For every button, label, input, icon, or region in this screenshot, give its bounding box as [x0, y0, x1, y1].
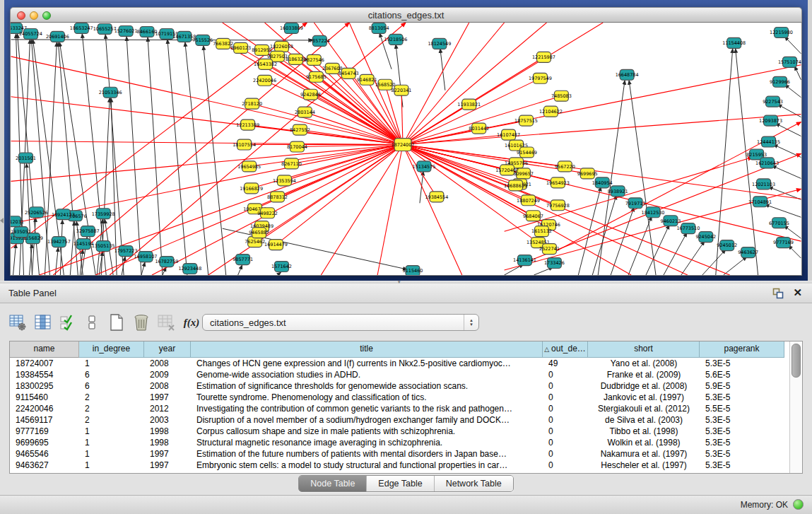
cell-title[interactable]: Changes of HCN gene expression and I(f) …	[191, 358, 543, 369]
table-row[interactable]: 911546021997Tourette syndrome. Phenomeno…	[10, 392, 790, 403]
cell-pagerank[interactable]: 5.3E-5	[700, 448, 784, 460]
delete-rows-trash-icon[interactable]	[131, 312, 152, 333]
cell-out_degree[interactable]: 0	[543, 392, 588, 403]
cell-pagerank[interactable]: 5.3E-5	[700, 358, 784, 369]
graph-node[interactable]: 1571642	[271, 262, 292, 272]
graph-node[interactable]: 8220341	[392, 85, 412, 95]
graph-node[interactable]: 18653247	[70, 23, 93, 33]
cell-in_degree[interactable]: 2	[79, 403, 144, 414]
cell-year[interactable]: 2009	[144, 369, 191, 380]
cell-year[interactable]: 1997	[144, 460, 191, 471]
table-row[interactable]: 946554611997Estimation of the future num…	[10, 448, 790, 460]
cell-year[interactable]: 1998	[144, 426, 191, 437]
cell-name[interactable]: 19384554	[10, 369, 79, 380]
graph-node[interactable]: 2803144	[295, 107, 315, 117]
graph-node[interactable]: 19166829	[240, 183, 263, 194]
table-settings-icon[interactable]	[7, 312, 28, 333]
table-row[interactable]: 1938455462009Genome-wide association stu…	[10, 369, 790, 380]
graph-node[interactable]: 8466160	[137, 26, 158, 37]
cell-pagerank[interactable]: 5.3E-5	[700, 414, 784, 426]
cell-out_degree[interactable]: 0	[543, 460, 588, 471]
graph-node[interactable]: 9175685	[306, 71, 326, 82]
cell-out_degree[interactable]: 0	[543, 403, 588, 414]
cell-short[interactable]: Franke et al. (2009)	[588, 369, 700, 380]
cell-pagerank[interactable]: 5.9E-5	[700, 380, 784, 392]
graph-node[interactable]: 7515526	[192, 35, 213, 45]
cell-pagerank[interactable]: 5.3E-5	[700, 392, 784, 403]
graph-node[interactable]: 79756928	[546, 200, 570, 211]
graph-node[interactable]: 9857771	[233, 255, 253, 265]
cell-pagerank[interactable]: 5.3E-5	[700, 460, 784, 471]
cell-in_degree[interactable]: 6	[79, 369, 144, 380]
table-row[interactable]: 1872400712008Changes of HCN gene express…	[10, 358, 790, 369]
graph-node[interactable]: 15276021	[114, 25, 138, 36]
cell-out_degree[interactable]: 0	[543, 426, 588, 437]
cell-title[interactable]: Embryonic stem cells: a model to study s…	[191, 460, 543, 471]
cell-short[interactable]: Dudbridge et al. (2008)	[588, 380, 700, 392]
cell-in_degree[interactable]: 2	[79, 414, 144, 426]
cell-year[interactable]: 2008	[144, 358, 191, 369]
graph-node[interactable]: 2718120	[242, 98, 262, 109]
table-selector-dropdown[interactable]: citations_edges.txt ▲▼	[202, 314, 479, 331]
network-window-titlebar[interactable]: citations_edges.txt	[10, 7, 802, 23]
graph-node[interactable]: 9463627	[738, 247, 758, 258]
network-canvas[interactable]: 1053324724055724206914061865324710655257…	[10, 23, 802, 276]
table-row[interactable]: 969969511998Structural magnetic resonanc…	[10, 437, 790, 448]
graph-node[interactable]: 2522741	[539, 244, 560, 255]
cell-name[interactable]: 9115460	[10, 392, 79, 403]
graph-node[interactable]: 16648784	[616, 69, 639, 80]
graph-node[interactable]: 8427552	[290, 124, 310, 135]
cell-name[interactable]: 9463627	[10, 460, 79, 471]
tab-edge-table[interactable]: Edge Table	[367, 476, 434, 491]
graph-node[interactable]: 12215980	[770, 27, 793, 37]
cell-out_degree[interactable]: 49	[543, 358, 588, 369]
graph-node[interactable]: 16773510	[676, 223, 700, 234]
graph-node[interactable]: 32975887	[76, 226, 100, 237]
stacked-rows-icon[interactable]	[81, 312, 102, 333]
graph-node[interactable]: 1935051	[11, 227, 31, 238]
cell-out_degree[interactable]: 0	[543, 448, 588, 460]
graph-node[interactable]: 17359928	[92, 209, 115, 219]
graph-node[interactable]: 18757515	[514, 115, 538, 126]
cell-year[interactable]: 1997	[144, 392, 191, 403]
graph-node[interactable]: 9146821	[357, 74, 377, 85]
cell-year[interactable]: 2008	[144, 380, 191, 392]
graph-node[interactable]: 16033809	[280, 23, 303, 33]
graph-node[interactable]: 16782759	[155, 257, 178, 267]
cell-in_degree[interactable]: 1	[79, 460, 144, 471]
graph-node[interactable]: 10655257	[93, 23, 117, 34]
graph-node[interactable]: 8267110	[281, 158, 302, 169]
graph-node[interactable]: 8454743	[339, 68, 359, 78]
column-header-name[interactable]: name	[10, 341, 79, 358]
cell-title[interactable]: Investigating the contribution of common…	[191, 403, 543, 414]
graph-node[interactable]: 1840954	[592, 177, 613, 188]
cell-name[interactable]: 9465546	[10, 448, 79, 460]
cell-out_degree[interactable]: 0	[543, 414, 588, 426]
select-column-icon[interactable]	[33, 312, 54, 333]
cell-short[interactable]: Tibbo et al. (1998)	[588, 426, 700, 437]
cell-short[interactable]: Yano et al. (2008)	[588, 358, 700, 369]
cell-name[interactable]: 9777169	[10, 426, 79, 437]
float-panel-icon[interactable]	[772, 288, 784, 299]
cell-short[interactable]: de Silva et al. (2003)	[588, 414, 700, 426]
graph-node[interactable]: 14136141	[513, 255, 536, 266]
graph-node[interactable]: 21053346	[99, 87, 122, 98]
cell-title[interactable]: Estimation of the future numbers of pati…	[191, 448, 543, 460]
cell-out_degree[interactable]: 0	[543, 369, 588, 380]
graph-node[interactable]: 9699695	[577, 168, 598, 179]
cell-title[interactable]: Genome-wide association studies in ADHD.	[191, 369, 543, 380]
cell-in_degree[interactable]: 1	[79, 426, 144, 437]
cell-year[interactable]: 1998	[144, 437, 191, 448]
graph-node[interactable]: 8186328	[286, 54, 306, 64]
tab-network-table[interactable]: Network Table	[435, 476, 513, 491]
graph-node[interactable]: 7919713	[625, 198, 646, 209]
cell-year[interactable]: 2003	[144, 414, 191, 426]
graph-node[interactable]: 8813054	[369, 23, 389, 33]
cell-in_degree[interactable]: 2	[79, 392, 144, 403]
function-builder-icon[interactable]: f(x)	[181, 312, 202, 333]
graph-node[interactable]: 9498222	[257, 208, 278, 218]
cell-out_degree[interactable]: 0	[543, 437, 588, 448]
cell-pagerank[interactable]: 5.5E-5	[700, 403, 784, 414]
column-header-in_degree[interactable]: in_degree	[79, 341, 144, 358]
graph-node[interactable]: 13505135	[92, 241, 115, 252]
